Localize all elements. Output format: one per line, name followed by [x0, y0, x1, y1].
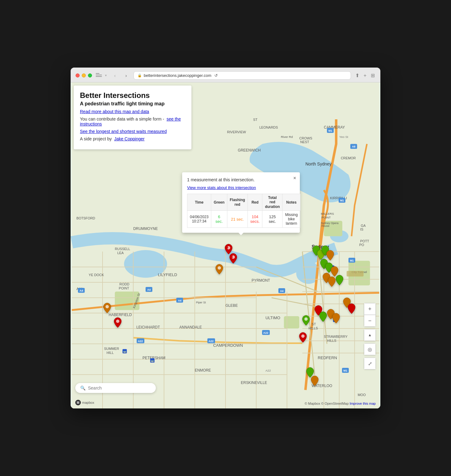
search-input[interactable]: [88, 386, 151, 390]
svg-text:House: House: [322, 224, 330, 227]
zoom-in-button[interactable]: +: [364, 303, 376, 315]
map-pin-16[interactable]: [335, 275, 344, 287]
svg-text:LEONARDS: LEONARDS: [259, 126, 278, 129]
svg-rect-5: [284, 316, 300, 328]
svg-text:POTT: POTT: [360, 239, 369, 243]
map-container[interactable]: CAMMERAY CROWS NEST North Sydney CREMOR …: [71, 82, 380, 408]
svg-text:CAMPERDOWN: CAMPERDOWN: [213, 343, 243, 348]
svg-text:LEA: LEA: [117, 251, 124, 255]
minimize-button[interactable]: [82, 73, 86, 77]
svg-text:HILL: HILL: [107, 351, 114, 355]
map-pin-25[interactable]: [310, 375, 319, 388]
north-button[interactable]: ▲: [364, 329, 376, 341]
cell-notes: Missing bike lantern: [282, 211, 300, 228]
map-pin-6[interactable]: [299, 332, 307, 344]
improve-map-link[interactable]: Improve this map: [350, 402, 376, 405]
forward-button[interactable]: ›: [122, 72, 130, 79]
col-total-red: Total redduration: [262, 194, 282, 211]
sidebar-toggle-button[interactable]: [96, 73, 102, 78]
maximize-button[interactable]: [88, 73, 92, 77]
svg-text:A22: A22: [265, 369, 271, 372]
map-pin-7[interactable]: [302, 315, 310, 327]
svg-text:M1: M1: [340, 199, 344, 202]
url-text: betterintersections.jakecoppinger.com: [144, 73, 211, 78]
svg-text:A4: A4: [280, 289, 283, 293]
svg-rect-117: [347, 271, 364, 276]
svg-text:M1: M1: [344, 369, 347, 372]
close-button[interactable]: [76, 73, 80, 77]
share-button[interactable]: ⬆: [355, 72, 360, 79]
info-panel: Better Intersections A pedestrian traffi…: [74, 86, 191, 149]
svg-point-121: [106, 305, 109, 308]
map-pin-5[interactable]: [113, 317, 122, 329]
svg-text:YE DOCK: YE DOCK: [89, 273, 104, 277]
svg-text:RODD: RODD: [120, 282, 129, 286]
contribute-text: You can contribute data with a simple fo…: [80, 117, 164, 121]
popup-close-button[interactable]: ×: [293, 175, 296, 181]
svg-text:Sydney Opera: Sydney Opera: [321, 222, 339, 225]
reload-button[interactable]: ↺: [214, 73, 218, 78]
svg-text:DRUMMOYNE: DRUMMOYNE: [133, 227, 158, 231]
mapbox-copyright: © Mapbox: [304, 402, 320, 405]
svg-text:A4: A4: [80, 289, 83, 292]
svg-text:A22: A22: [138, 340, 143, 343]
cell-green: 6sec.: [211, 211, 227, 228]
map-controls: + − ▲ ◎ ⤢: [364, 303, 376, 371]
col-notes: Notes: [282, 194, 300, 211]
browser-titlebar: ▾ ‹ › 🔒 betterintersections.jakecoppinge…: [71, 68, 380, 82]
measurements-table: Time Green Flashingred Red Total reddura…: [187, 194, 300, 228]
fullscreen-controls: ⤢: [364, 358, 376, 369]
svg-text:ST: ST: [253, 118, 257, 121]
app-title: Better Intersections: [80, 91, 185, 100]
map-attribution: © Mapbox © OpenStreetMap Improve this ma…: [304, 402, 376, 405]
svg-text:PYRMONT: PYRMONT: [252, 278, 270, 283]
locate-controls: ◎: [364, 343, 376, 355]
author-link[interactable]: Jake Coppinger: [114, 136, 145, 141]
traffic-lights: [76, 73, 92, 77]
svg-text:🚌: 🚌: [151, 359, 154, 363]
mapbox-logo: M mapbox: [75, 400, 94, 405]
svg-text:ENMORE: ENMORE: [195, 368, 211, 372]
locate-button[interactable]: ◎: [364, 343, 376, 355]
svg-point-124: [304, 317, 308, 321]
new-tab-button[interactable]: +: [363, 72, 367, 79]
svg-text:🚌: 🚌: [123, 350, 127, 353]
search-icon: 🔍: [80, 386, 85, 390]
map-pin-2[interactable]: [229, 253, 238, 265]
svg-text:ERSKINEVILLE: ERSKINEVILLE: [241, 381, 267, 385]
svg-text:LILYFIELD: LILYFIELD: [158, 272, 177, 277]
back-button[interactable]: ‹: [111, 72, 119, 79]
cell-red: 104secs.: [248, 211, 262, 228]
svg-text:REDFERN: REDFERN: [318, 355, 337, 360]
svg-text:A8: A8: [352, 145, 355, 148]
longest-shortest-link[interactable]: See the longest and shortest waits measu…: [80, 129, 167, 134]
search-bar: 🔍: [75, 383, 156, 393]
map-pin-3[interactable]: [215, 264, 224, 276]
mapbox-label: mapbox: [82, 401, 94, 404]
tabs-button[interactable]: ⊞: [370, 72, 375, 79]
view-stats-link[interactable]: View more stats about this intersection: [187, 185, 295, 190]
svg-text:CREMOR: CREMOR: [341, 156, 356, 160]
svg-text:GLEBE: GLEBE: [226, 303, 238, 308]
map-pin-17[interactable]: [327, 276, 336, 289]
browser-controls: ▾: [96, 73, 107, 78]
svg-text:MOO: MOO: [358, 393, 366, 397]
cell-time: 04/06/202310:27:34: [187, 211, 211, 228]
svg-text:A4: A4: [147, 288, 151, 291]
zoom-out-button[interactable]: −: [364, 315, 376, 327]
svg-text:A4: A4: [178, 299, 181, 302]
browser-actions: ⬆ + ⊞: [355, 72, 375, 79]
svg-text:POINT: POINT: [119, 286, 129, 290]
svg-text:POINT: POINT: [322, 216, 331, 219]
read-more-link[interactable]: Read more about this map and data: [80, 109, 149, 114]
svg-text:ST: ST: [312, 322, 316, 326]
map-pin-4[interactable]: [103, 302, 112, 315]
map-pin-19[interactable]: [319, 311, 327, 324]
browser-window: ▾ ‹ › 🔒 betterintersections.jakecoppinge…: [71, 68, 380, 408]
map-pin-23[interactable]: [347, 303, 356, 315]
address-bar[interactable]: 🔒 betterintersections.jakecoppinger.com …: [134, 71, 351, 80]
col-red: Red: [248, 194, 262, 211]
fullscreen-button[interactable]: ⤢: [364, 358, 376, 369]
svg-text:RUSSELL: RUSSELL: [115, 247, 130, 251]
map-pin-21[interactable]: [332, 313, 340, 325]
